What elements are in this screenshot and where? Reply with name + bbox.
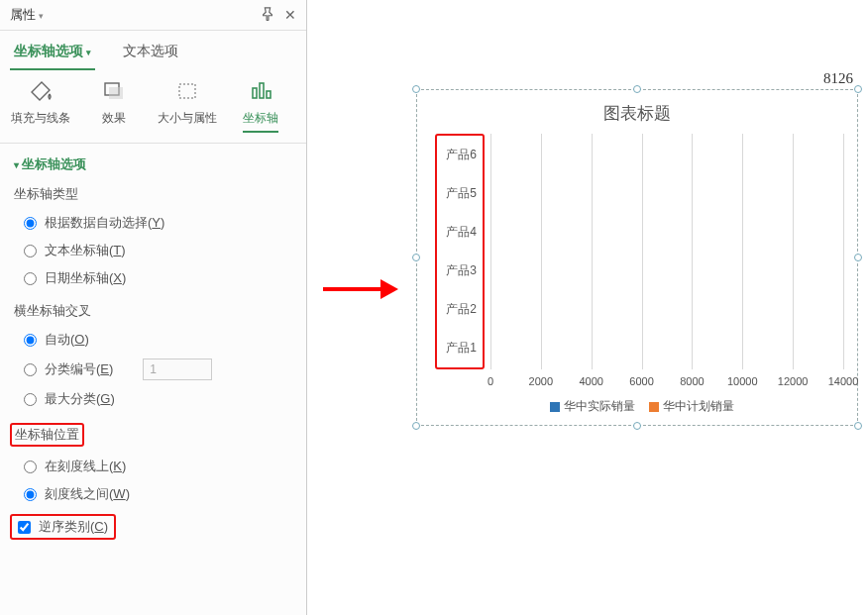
resize-handle[interactable] xyxy=(412,422,420,430)
checkbox-input[interactable] xyxy=(18,521,31,534)
x-tick-label: 8000 xyxy=(680,375,704,387)
radio-axis-auto[interactable]: 根据数据自动选择(Y) xyxy=(14,209,292,237)
icon-tab-effect[interactable]: 效果 xyxy=(77,80,151,133)
svg-rect-2 xyxy=(179,84,195,98)
plot-area[interactable]: 产品6产品5产品4产品3产品2产品1 020004000600080001000… xyxy=(431,134,843,369)
radio-input[interactable] xyxy=(24,334,37,347)
axis-icon xyxy=(224,80,297,106)
category-label: 产品3 xyxy=(437,252,483,290)
icon-tab-fill-line[interactable]: 填充与线条 xyxy=(4,80,77,133)
radio-label: 分类编号( xyxy=(45,361,100,376)
radio-axis-date[interactable]: 日期坐标轴(X) xyxy=(14,264,292,292)
svg-rect-4 xyxy=(260,83,264,98)
highlight-box: 坐标轴位置 xyxy=(10,423,84,447)
axis-pos-label: 坐标轴位置 xyxy=(14,423,292,447)
radio-label: 文本坐标轴( xyxy=(45,243,113,257)
category-label: 产品1 xyxy=(437,329,483,367)
radio-cross-max[interactable]: 最大分类(G) xyxy=(14,385,292,413)
radio-cross-auto[interactable]: 自动(O) xyxy=(14,326,292,354)
pin-icon[interactable] xyxy=(261,7,274,24)
x-axis: 02000400060008000100001200014000 xyxy=(490,375,843,391)
checkbox-label: 逆序类别( xyxy=(39,519,94,534)
axis-options-section: 坐标轴选项 坐标轴类型 根据数据自动选择(Y) 文本坐标轴(T) 日期坐标轴(X… xyxy=(0,144,306,552)
category-label: 产品4 xyxy=(437,213,483,252)
resize-handle[interactable] xyxy=(854,254,862,261)
axis-type-label: 坐标轴类型 xyxy=(14,185,292,203)
legend-label: 华中计划销量 xyxy=(663,399,734,413)
resize-handle[interactable] xyxy=(633,85,641,93)
main-tabs: 坐标轴选项 文本选项 xyxy=(0,31,306,70)
tab-axis-options[interactable]: 坐标轴选项 xyxy=(10,39,95,70)
radio-input[interactable] xyxy=(24,272,37,285)
icon-tab-size-prop[interactable]: 大小与属性 xyxy=(151,80,224,133)
legend[interactable]: 华中实际销量 华中计划销量 xyxy=(417,398,857,415)
x-tick-label: 10000 xyxy=(727,375,758,387)
radio-label: 在刻度线上( xyxy=(45,459,113,473)
chart-title[interactable]: 图表标题 xyxy=(417,90,857,133)
radio-label: 刻度线之间( xyxy=(45,486,113,501)
resize-handle[interactable] xyxy=(854,422,862,430)
x-tick-label: 14000 xyxy=(828,375,859,387)
arrow-icon xyxy=(323,279,402,299)
icon-tabs: 填充与线条 效果 大小与属性 坐标轴 xyxy=(0,70,306,144)
radio-input[interactable] xyxy=(24,393,37,406)
cross-label: 横坐标轴交叉 xyxy=(14,302,292,320)
category-label: 产品5 xyxy=(437,174,483,213)
category-axis-highlight: 产品6产品5产品4产品3产品2产品1 xyxy=(435,134,485,369)
stray-number: 8126 xyxy=(823,70,853,87)
category-label: 产品2 xyxy=(437,290,483,329)
x-tick-label: 12000 xyxy=(778,375,809,387)
radio-pos-between[interactable]: 刻度线之间(W) xyxy=(14,480,292,508)
bar-series xyxy=(490,134,843,369)
legend-swatch xyxy=(649,402,659,412)
radio-input[interactable] xyxy=(24,488,37,501)
icon-tab-label: 填充与线条 xyxy=(11,111,70,125)
panel-header: 属性 ✕ xyxy=(0,0,306,31)
radio-pos-ontick[interactable]: 在刻度线上(K) xyxy=(14,453,292,480)
x-tick-label: 2000 xyxy=(529,375,553,387)
svg-rect-1 xyxy=(109,87,123,99)
radio-input[interactable] xyxy=(24,363,37,376)
radio-label: 日期坐标轴( xyxy=(45,270,113,285)
close-icon[interactable]: ✕ xyxy=(284,7,296,24)
panel-title[interactable]: 属性 xyxy=(10,6,44,24)
x-tick-label: 4000 xyxy=(579,375,602,387)
resize-handle[interactable] xyxy=(633,422,641,430)
chart-object[interactable]: 8126 图表标题 产品6产品5产品4产品3产品2产品1 02000400060… xyxy=(416,89,858,426)
radio-label: 根据数据自动选择( xyxy=(45,215,152,230)
radio-input[interactable] xyxy=(24,461,37,473)
icon-tab-label: 大小与属性 xyxy=(158,111,217,125)
resize-handle[interactable] xyxy=(412,85,420,93)
radio-label: 自动( xyxy=(45,332,74,347)
legend-swatch xyxy=(550,402,560,412)
resize-handle[interactable] xyxy=(854,85,862,93)
x-tick-label: 6000 xyxy=(629,375,653,387)
size-icon xyxy=(151,80,224,106)
radio-axis-text[interactable]: 文本坐标轴(T) xyxy=(14,237,292,264)
svg-rect-5 xyxy=(267,91,271,98)
legend-label: 华中实际销量 xyxy=(564,399,635,413)
x-tick-label: 0 xyxy=(488,375,493,387)
checkbox-reverse-categories[interactable]: 逆序类别(C) xyxy=(10,514,116,540)
properties-panel: 属性 ✕ 坐标轴选项 文本选项 填充与线条 效果 大小 xyxy=(0,0,307,615)
icon-tab-label: 效果 xyxy=(102,111,126,125)
catno-input[interactable] xyxy=(143,359,212,380)
section-title[interactable]: 坐标轴选项 xyxy=(14,155,292,173)
resize-handle[interactable] xyxy=(412,254,420,261)
tab-text-options[interactable]: 文本选项 xyxy=(119,39,182,70)
radio-input[interactable] xyxy=(24,217,37,230)
radio-input[interactable] xyxy=(24,245,37,257)
icon-tab-axis[interactable]: 坐标轴 xyxy=(224,80,297,133)
radio-cross-catno[interactable]: 分类编号(E) xyxy=(14,354,292,385)
bucket-icon xyxy=(4,80,77,106)
category-label: 产品6 xyxy=(437,136,483,174)
effect-icon xyxy=(77,80,151,106)
icon-tab-label: 坐标轴 xyxy=(243,110,278,133)
svg-rect-3 xyxy=(253,88,257,98)
radio-label: 最大分类( xyxy=(45,391,100,406)
